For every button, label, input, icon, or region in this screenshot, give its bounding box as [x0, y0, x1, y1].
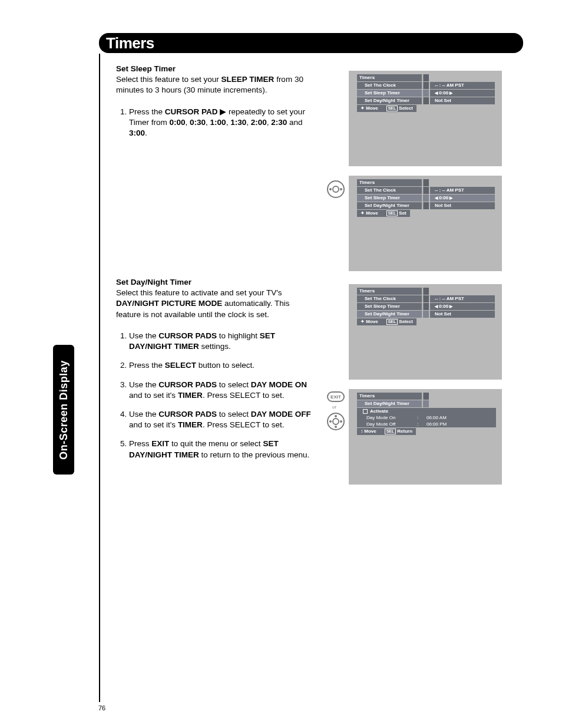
dn-step-5: Press EXIT to quit the menu or select SE… — [129, 439, 316, 460]
osd-screenshot-2: Timers Set The Clock-- : -- AM PST Set S… — [349, 176, 502, 271]
dn-step-2: Press the SELECT button to select. — [129, 360, 316, 371]
osd1-nav: ✦ MoveSELSelect — [357, 105, 416, 112]
osd1-title: Timers — [357, 74, 422, 81]
osd4-daymode-on: Day Mode On:06:00 AM — [357, 414, 496, 421]
osd4-activate: Activate — [357, 408, 496, 414]
cursor-pad-icon — [327, 180, 345, 198]
dn-step-4: Use the CURSOR PADS to select DAY MODE O… — [129, 409, 316, 430]
section-header: Timers — [99, 33, 523, 53]
or-label: or — [332, 404, 336, 410]
osd-screenshot-4: Timers Set Day/Night Timer Activate Day … — [349, 389, 502, 485]
sleep-intro: Select this feature to set your SLEEP TI… — [116, 74, 316, 95]
daynight-section: Set Day/Night Timer Select this feature … — [116, 277, 316, 469]
cursor-pad-icon — [327, 413, 345, 430]
side-tab-label: On-Screen Display — [58, 360, 70, 460]
sleep-section: Set Sleep Timer Select this feature to s… — [116, 64, 316, 147]
page-number: 76 — [98, 704, 105, 711]
osd4-daymode-off: Day Mode Off:06:00 PM — [357, 421, 496, 427]
vertical-rule — [99, 54, 100, 702]
dn-step-1: Use the CURSOR PADS to highlight SET DAY… — [129, 331, 316, 352]
osd-screenshot-3: Timers Set The Clock-- : -- AM PST Set S… — [349, 284, 502, 380]
osd-screenshot-1: Timers Set The Clock-- : -- AM PST Set S… — [349, 71, 502, 166]
daynight-heading: Set Day/Night Timer — [116, 277, 316, 288]
dn-step-3: Use the CURSOR PADS to select DAY MODE O… — [129, 380, 316, 401]
exit-button-icon: EXIT — [327, 391, 345, 402]
side-tab: On-Screen Display — [53, 345, 74, 475]
daynight-intro: Select this feature to activate and set … — [116, 288, 316, 320]
sleep-step-1: Press the CURSOR PAD ▶ repeatedly to set… — [129, 107, 316, 139]
sleep-heading: Set Sleep Timer — [116, 64, 316, 74]
